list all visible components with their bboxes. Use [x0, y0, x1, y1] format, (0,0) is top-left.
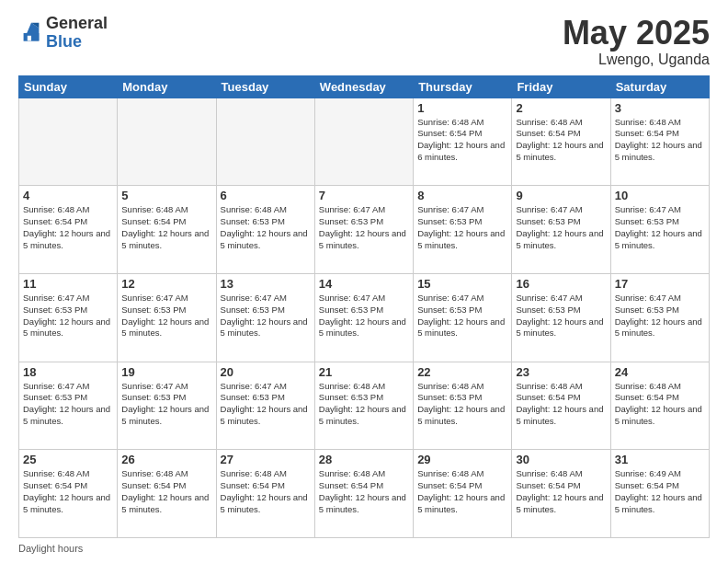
logo: General Blue — [18, 15, 108, 52]
header: General Blue May 2025 Lwengo, Uganda — [18, 15, 710, 68]
day-number: 28 — [319, 453, 409, 466]
header-tuesday: Tuesday — [216, 75, 314, 98]
day-number: 25 — [23, 453, 113, 466]
table-row: 31Sunrise: 6:49 AM Sunset: 6:54 PM Dayli… — [610, 450, 709, 538]
day-number: 11 — [23, 277, 113, 291]
calendar-title: May 2025 — [563, 15, 710, 52]
day-info: Sunrise: 6:48 AM Sunset: 6:54 PM Dayligh… — [516, 381, 606, 428]
day-number: 13 — [221, 277, 311, 291]
table-row: 25Sunrise: 6:48 AM Sunset: 6:54 PM Dayli… — [19, 450, 118, 538]
day-info: Sunrise: 6:47 AM Sunset: 6:53 PM Dayligh… — [319, 204, 409, 251]
table-row: 16Sunrise: 6:47 AM Sunset: 6:53 PM Dayli… — [512, 273, 610, 362]
header-saturday: Saturday — [610, 75, 709, 98]
day-info: Sunrise: 6:47 AM Sunset: 6:53 PM Dayligh… — [319, 293, 409, 339]
day-info: Sunrise: 6:47 AM Sunset: 6:53 PM Dayligh… — [516, 204, 606, 251]
day-info: Sunrise: 6:48 AM Sunset: 6:54 PM Dayligh… — [319, 468, 409, 515]
table-row: 27Sunrise: 6:48 AM Sunset: 6:54 PM Dayli… — [216, 450, 314, 538]
header-wednesday: Wednesday — [314, 75, 413, 98]
logo-general-label: General — [46, 15, 108, 33]
table-row: 12Sunrise: 6:47 AM Sunset: 6:53 PM Dayli… — [118, 273, 216, 362]
logo-blue-label: Blue — [46, 33, 108, 52]
page: General Blue May 2025 Lwengo, Uganda Sun… — [0, 0, 728, 563]
table-row: 28Sunrise: 6:48 AM Sunset: 6:54 PM Dayli… — [314, 450, 413, 538]
day-info: Sunrise: 6:48 AM Sunset: 6:54 PM Dayligh… — [615, 381, 705, 428]
table-row: 21Sunrise: 6:48 AM Sunset: 6:53 PM Dayli… — [314, 362, 413, 450]
day-header-row: Sunday Monday Tuesday Wednesday Thursday… — [19, 75, 710, 98]
table-row: 9Sunrise: 6:47 AM Sunset: 6:53 PM Daylig… — [512, 186, 610, 274]
day-number: 16 — [516, 277, 606, 291]
table-row: 7Sunrise: 6:47 AM Sunset: 6:53 PM Daylig… — [314, 186, 413, 274]
day-number: 19 — [121, 365, 211, 379]
calendar-week-row: 25Sunrise: 6:48 AM Sunset: 6:54 PM Dayli… — [19, 450, 710, 538]
table-row: 11Sunrise: 6:47 AM Sunset: 6:53 PM Dayli… — [19, 273, 118, 362]
day-number: 27 — [221, 453, 311, 466]
table-row: 14Sunrise: 6:47 AM Sunset: 6:53 PM Dayli… — [314, 273, 413, 362]
day-info: Sunrise: 6:49 AM Sunset: 6:54 PM Dayligh… — [615, 468, 705, 515]
table-row: 17Sunrise: 6:47 AM Sunset: 6:53 PM Dayli… — [610, 273, 709, 362]
table-row — [314, 98, 413, 186]
day-number: 9 — [516, 189, 606, 202]
day-info: Sunrise: 6:47 AM Sunset: 6:53 PM Dayligh… — [221, 381, 311, 428]
day-number: 14 — [319, 277, 409, 291]
footer: Daylight hours — [18, 543, 710, 554]
header-thursday: Thursday — [414, 75, 512, 98]
day-info: Sunrise: 6:48 AM Sunset: 6:54 PM Dayligh… — [417, 117, 507, 164]
day-info: Sunrise: 6:48 AM Sunset: 6:54 PM Dayligh… — [23, 468, 113, 515]
table-row: 2Sunrise: 6:48 AM Sunset: 6:54 PM Daylig… — [512, 98, 610, 186]
day-info: Sunrise: 6:47 AM Sunset: 6:53 PM Dayligh… — [417, 204, 507, 251]
table-row — [216, 98, 314, 186]
table-row: 15Sunrise: 6:47 AM Sunset: 6:53 PM Dayli… — [414, 273, 512, 362]
svg-rect-4 — [28, 36, 31, 41]
header-sunday: Sunday — [19, 75, 118, 98]
day-number: 15 — [417, 277, 507, 291]
table-row: 19Sunrise: 6:47 AM Sunset: 6:53 PM Dayli… — [118, 362, 216, 450]
table-row: 26Sunrise: 6:48 AM Sunset: 6:54 PM Dayli… — [118, 450, 216, 538]
day-number: 1 — [417, 101, 507, 115]
day-info: Sunrise: 6:47 AM Sunset: 6:53 PM Dayligh… — [121, 293, 211, 339]
table-row: 24Sunrise: 6:48 AM Sunset: 6:54 PM Dayli… — [610, 362, 709, 450]
day-info: Sunrise: 6:48 AM Sunset: 6:54 PM Dayligh… — [121, 204, 211, 251]
table-row: 5Sunrise: 6:48 AM Sunset: 6:54 PM Daylig… — [118, 186, 216, 274]
day-number: 2 — [516, 101, 606, 115]
day-number: 6 — [221, 189, 311, 202]
day-number: 22 — [417, 365, 507, 379]
table-row: 18Sunrise: 6:47 AM Sunset: 6:53 PM Dayli… — [19, 362, 118, 450]
table-row: 20Sunrise: 6:47 AM Sunset: 6:53 PM Dayli… — [216, 362, 314, 450]
logo-text: General Blue — [46, 15, 108, 52]
day-info: Sunrise: 6:47 AM Sunset: 6:53 PM Dayligh… — [221, 293, 311, 339]
day-number: 7 — [319, 189, 409, 202]
table-row: 13Sunrise: 6:47 AM Sunset: 6:53 PM Dayli… — [216, 273, 314, 362]
day-info: Sunrise: 6:48 AM Sunset: 6:54 PM Dayligh… — [516, 468, 606, 515]
day-info: Sunrise: 6:48 AM Sunset: 6:54 PM Dayligh… — [615, 117, 705, 164]
day-info: Sunrise: 6:48 AM Sunset: 6:54 PM Dayligh… — [516, 117, 606, 164]
table-row: 22Sunrise: 6:48 AM Sunset: 6:53 PM Dayli… — [414, 362, 512, 450]
day-number: 23 — [516, 365, 606, 379]
day-number: 21 — [319, 365, 409, 379]
calendar-week-row: 18Sunrise: 6:47 AM Sunset: 6:53 PM Dayli… — [19, 362, 710, 450]
table-row: 10Sunrise: 6:47 AM Sunset: 6:53 PM Dayli… — [610, 186, 709, 274]
day-number: 5 — [121, 189, 211, 202]
table-row: 8Sunrise: 6:47 AM Sunset: 6:53 PM Daylig… — [414, 186, 512, 274]
day-number: 17 — [615, 277, 705, 291]
day-number: 12 — [121, 277, 211, 291]
day-number: 18 — [23, 365, 113, 379]
header-monday: Monday — [118, 75, 216, 98]
table-row — [19, 98, 118, 186]
table-row: 1Sunrise: 6:48 AM Sunset: 6:54 PM Daylig… — [414, 98, 512, 186]
table-row: 30Sunrise: 6:48 AM Sunset: 6:54 PM Dayli… — [512, 450, 610, 538]
day-info: Sunrise: 6:48 AM Sunset: 6:53 PM Dayligh… — [221, 204, 311, 251]
day-info: Sunrise: 6:48 AM Sunset: 6:53 PM Dayligh… — [417, 381, 507, 428]
day-info: Sunrise: 6:48 AM Sunset: 6:54 PM Dayligh… — [221, 468, 311, 515]
day-number: 20 — [221, 365, 311, 379]
day-number: 26 — [121, 453, 211, 466]
title-block: May 2025 Lwengo, Uganda — [563, 15, 710, 68]
table-row: 4Sunrise: 6:48 AM Sunset: 6:54 PM Daylig… — [19, 186, 118, 274]
calendar-location: Lwengo, Uganda — [563, 52, 710, 68]
day-info: Sunrise: 6:47 AM Sunset: 6:53 PM Dayligh… — [23, 381, 113, 428]
day-info: Sunrise: 6:47 AM Sunset: 6:53 PM Dayligh… — [121, 381, 211, 428]
day-info: Sunrise: 6:48 AM Sunset: 6:54 PM Dayligh… — [121, 468, 211, 515]
day-number: 24 — [615, 365, 705, 379]
table-row: 29Sunrise: 6:48 AM Sunset: 6:54 PM Dayli… — [414, 450, 512, 538]
day-info: Sunrise: 6:47 AM Sunset: 6:53 PM Dayligh… — [23, 293, 113, 339]
day-number: 3 — [615, 101, 705, 115]
